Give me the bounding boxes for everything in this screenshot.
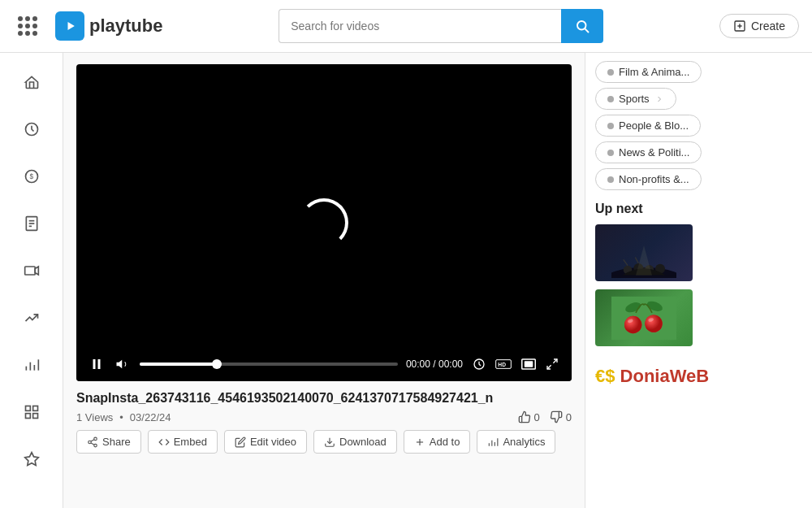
share-icon	[87, 436, 98, 448]
grid-dots-icon	[18, 16, 37, 36]
download-icon	[324, 436, 335, 448]
svg-point-61	[645, 315, 662, 332]
grid-view-icon	[24, 404, 40, 420]
category-news[interactable]: News & Politi...	[595, 141, 702, 163]
search-input[interactable]	[279, 9, 561, 43]
sidebar: $	[0, 53, 63, 508]
sidebar-item-trending[interactable]	[10, 297, 54, 339]
analytics-button[interactable]: Analytics	[477, 430, 555, 454]
like-dislike-container: 0 0	[518, 410, 572, 423]
svg-rect-24	[93, 359, 96, 369]
add-to-button[interactable]: Add to	[404, 430, 471, 454]
share-button[interactable]: Share	[76, 430, 141, 454]
svg-rect-31	[525, 361, 533, 367]
sidebar-item-grid[interactable]	[10, 391, 54, 433]
cat-dot-nonprofits	[607, 176, 614, 183]
plus-square-icon	[733, 20, 746, 33]
view-count: 1 Views	[76, 411, 113, 423]
analytics-icon	[487, 436, 499, 448]
svg-line-37	[91, 442, 94, 444]
cat-label-news: News & Politi...	[619, 146, 689, 158]
video-controls: 00:00 / 00:00 HD	[76, 349, 572, 381]
up-next-item-1[interactable]	[595, 224, 802, 281]
sidebar-item-home[interactable]	[10, 61, 54, 103]
sidebar-item-stats[interactable]	[10, 344, 54, 386]
up-next-list	[595, 224, 802, 346]
watermark-symbol: €$	[595, 366, 620, 386]
progress-bar[interactable]	[140, 363, 398, 366]
coin-icon: $	[24, 168, 40, 185]
logo[interactable]: playtube	[55, 11, 162, 41]
svg-rect-25	[98, 359, 101, 369]
sidebar-item-favorites[interactable]	[10, 438, 54, 480]
theater-button[interactable]	[520, 357, 538, 371]
svg-marker-54	[636, 245, 652, 276]
category-nonprofits[interactable]: Non-profits &...	[595, 168, 702, 190]
hd-button[interactable]: HD	[494, 357, 513, 371]
main-layout: $	[0, 53, 812, 508]
video-title: SnapInsta_263743116_4546193502140070_624…	[76, 391, 572, 406]
sidebar-item-history[interactable]	[10, 108, 54, 150]
grid-menu-button[interactable]	[13, 11, 42, 41]
video-icon	[24, 263, 40, 279]
search-icon	[575, 19, 590, 33]
svg-rect-21	[25, 414, 30, 419]
edit-button[interactable]: Edit video	[224, 430, 307, 454]
sidebar-item-videos[interactable]	[10, 250, 54, 292]
cat-label-film: Film & Anima...	[619, 66, 689, 78]
svg-text:HD: HD	[498, 362, 506, 367]
svg-line-52	[635, 258, 638, 263]
volume-button[interactable]	[114, 355, 132, 373]
action-bar: Share Embed Edit video Do	[76, 430, 572, 454]
category-people[interactable]: People & Blo...	[595, 115, 701, 137]
watermark: €$ DoniaWeB	[595, 363, 802, 390]
pause-button[interactable]	[88, 355, 106, 373]
search-button[interactable]	[561, 9, 603, 43]
svg-rect-20	[32, 406, 37, 411]
sidebar-item-orders[interactable]	[10, 202, 54, 245]
watermark-text: DoniaWeB	[620, 366, 710, 386]
svg-marker-23	[24, 453, 38, 466]
svg-point-59	[624, 315, 641, 332]
like-button[interactable]: 0	[518, 410, 540, 423]
svg-point-35	[89, 441, 92, 444]
svg-line-2	[585, 28, 589, 32]
category-sports[interactable]: Sports	[595, 88, 676, 110]
cat-label-nonprofits: Non-profits &...	[619, 173, 689, 185]
concert-silhouette	[611, 245, 676, 278]
volume-icon	[115, 357, 130, 371]
category-tags: Film & Anima... Sports People & Blo... N…	[595, 61, 802, 190]
video-info: SnapInsta_263743116_4546193502140070_624…	[76, 381, 572, 430]
dislike-count: 0	[566, 411, 572, 423]
create-button[interactable]: Create	[719, 14, 799, 38]
up-next-item-2[interactable]	[595, 289, 802, 346]
hd-icon: HD	[495, 358, 512, 370]
search-container	[279, 9, 603, 43]
upload-date: 03/22/24	[130, 411, 171, 423]
timer-button[interactable]	[471, 356, 487, 372]
video-player[interactable]: 00:00 / 00:00 HD	[76, 64, 572, 381]
dislike-button[interactable]: 0	[550, 410, 572, 423]
progress-thumb	[212, 359, 222, 369]
stats-icon	[24, 357, 40, 373]
svg-rect-19	[25, 406, 30, 411]
cat-dot-news	[607, 150, 614, 156]
time-display: 00:00 / 00:00	[406, 358, 463, 370]
theater-icon	[521, 358, 536, 370]
pause-icon	[89, 357, 104, 371]
edit-icon	[235, 436, 246, 448]
embed-button[interactable]: Embed	[148, 430, 218, 454]
fullscreen-icon	[546, 358, 559, 371]
topbar: playtube Create	[0, 0, 812, 53]
category-film[interactable]: Film & Anima...	[595, 61, 702, 83]
like-count: 0	[534, 411, 540, 423]
timer-icon	[473, 358, 486, 371]
svg-rect-55	[611, 296, 676, 339]
download-button[interactable]: Download	[313, 430, 397, 454]
cat-dot-people	[607, 123, 614, 129]
svg-line-51	[624, 259, 628, 265]
fullscreen-button[interactable]	[544, 356, 560, 372]
sidebar-item-earn[interactable]: $	[10, 155, 54, 198]
star-icon	[24, 451, 40, 467]
svg-line-38	[91, 439, 94, 441]
